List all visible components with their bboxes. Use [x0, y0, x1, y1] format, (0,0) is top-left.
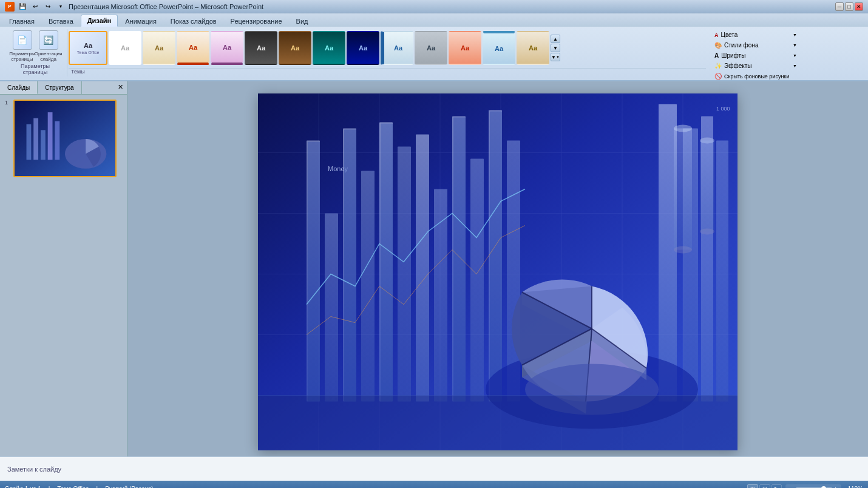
sidebar-tab-structure[interactable]: Структура [38, 81, 81, 94]
notes-placeholder: Заметки к слайду [7, 466, 61, 473]
sidebar-tab-slides[interactable]: Слайды [0, 81, 38, 94]
orientation-button[interactable]: 🔄 Ориентацияслайда [36, 30, 61, 62]
slide-canvas[interactable]: Money [258, 93, 737, 450]
app-logo: P [5, 2, 15, 12]
effects-dropdown-icon: ▼ [793, 64, 797, 68]
language-status[interactable]: Русский (Россия) [105, 486, 153, 489]
slide-sorter-button[interactable]: ⊟ [759, 484, 770, 488]
zoom-control[interactable]: ─ + [785, 484, 841, 488]
styles-button[interactable]: 🎨 Стили фона ▼ [712, 41, 799, 50]
page-params-label: Параметрыстраницы [9, 51, 35, 62]
svg-point-43 [674, 246, 692, 254]
theme-name-status: | [49, 486, 50, 489]
bg-buttons: A Цвета ▼ 🎨 Стили фона ▼ A Шрифты ▼ ✨ Эф… [712, 30, 799, 81]
scroll-up[interactable]: ▲ [551, 35, 560, 43]
colors-button[interactable]: A Цвета ▼ [712, 30, 799, 39]
themes-group-label: Темы [69, 68, 706, 75]
background-group: A Цвета ▼ 🎨 Стили фона ▼ A Шрифты ▼ ✨ Эф… [707, 29, 804, 76]
tab-insert[interactable]: Вставка [42, 15, 80, 27]
tab-view[interactable]: Вид [290, 15, 315, 27]
hide-bg-button[interactable]: 🚫 Скрыть фоновые рисунки [712, 72, 799, 81]
themes-scroll[interactable]: ▲ ▼ ▼▼ [551, 35, 560, 61]
theme-11[interactable]: Аа [415, 31, 447, 65]
normal-view-button[interactable]: ⊞ [747, 484, 758, 488]
theme-5[interactable]: Аа [211, 31, 243, 65]
slide-chart-svg: Money [258, 93, 737, 450]
slideshow-button[interactable]: ▶ [771, 484, 782, 488]
tab-review[interactable]: Рецензирование [224, 15, 289, 27]
hide-bg-icon: 🚫 [714, 73, 722, 80]
minimize-button[interactable]: ─ [835, 2, 844, 11]
svg-rect-33 [344, 130, 356, 402]
theme-aa-text: Аа [84, 42, 92, 49]
title-bar-left: P 💾 ↩ ↪ ▼ Презентация Microsoft Office P… [5, 1, 263, 12]
svg-text:1 000: 1 000 [716, 106, 730, 112]
scroll-down[interactable]: ▼ [551, 44, 560, 52]
sidebar-slides-panel: 1 [0, 95, 127, 456]
page-params-button[interactable]: 📄 Параметрыстраницы [10, 30, 35, 62]
svg-rect-29 [470, 159, 484, 402]
theme-aa-text: Аа [257, 44, 265, 52]
theme-aa-text: Аа [291, 44, 299, 52]
svg-rect-26 [416, 135, 429, 402]
theme-12[interactable]: Аа [449, 31, 481, 65]
status-bar: Слайд 1 из 1 | Тема Office | Русский (Ро… [0, 481, 868, 488]
theme-office[interactable]: Аа Тема Office [69, 31, 107, 65]
sidebar-tabs: Слайды Структура ✕ [0, 81, 127, 95]
theme-13[interactable]: Аа [483, 31, 515, 65]
svg-rect-25 [398, 147, 411, 402]
themes-gallery: Аа Тема Office Аа Аа Аа [69, 29, 549, 67]
tab-slideshow[interactable]: Показ слайдов [164, 15, 223, 27]
ribbon: Главная Вставка Дизайн Анимация Показ сл… [0, 13, 868, 81]
theme-aa-text: Аа [223, 44, 231, 51]
theme-6[interactable]: Аа [245, 31, 277, 65]
theme-aa-text: Аа [359, 44, 367, 52]
svg-rect-35 [453, 118, 466, 402]
theme-plain[interactable]: Аа [109, 31, 141, 65]
styles-label: Стили фона [724, 42, 758, 49]
svg-rect-54 [258, 396, 737, 451]
restore-button[interactable]: □ [845, 2, 853, 11]
fonts-button[interactable]: A Шрифты ▼ [712, 51, 799, 60]
notes-area: Заметки к слайду [0, 456, 868, 481]
theme-9[interactable]: Аа [347, 31, 379, 65]
theme-3[interactable]: Аа [143, 31, 175, 65]
theme-8[interactable]: Аа [313, 31, 345, 65]
theme-aa-text: Аа [155, 44, 163, 52]
orientation-icon: 🔄 [39, 30, 58, 50]
slide-number: 1 [5, 100, 11, 106]
svg-rect-3 [41, 130, 46, 160]
slide-preview[interactable] [13, 100, 117, 177]
zoom-in-button[interactable]: + [834, 485, 838, 488]
svg-rect-40 [716, 141, 728, 402]
fonts-label: Шрифты [721, 52, 745, 59]
close-button[interactable]: ✕ [855, 2, 863, 11]
current-theme[interactable]: Тема Office [57, 486, 89, 489]
svg-rect-23 [361, 171, 375, 402]
slide-thumbnail-svg [15, 101, 115, 176]
effects-button[interactable]: ✨ Эффекты ▼ [712, 61, 799, 70]
save-quick-button[interactable]: 💾 [17, 1, 28, 12]
qa-dropdown-button[interactable]: ▼ [55, 1, 66, 12]
theme-7[interactable]: Аа [279, 31, 311, 65]
theme-aa-text: Аа [529, 44, 537, 52]
svg-rect-21 [325, 214, 338, 402]
theme-10[interactable]: Аа [381, 31, 413, 65]
page-params-icon: 📄 [13, 30, 32, 50]
page-params-content: 📄 Параметрыстраницы 🔄 Ориентацияслайда [10, 30, 61, 62]
zoom-level[interactable]: 110% [845, 486, 863, 489]
tab-home[interactable]: Главная [2, 15, 41, 27]
zoom-out-button[interactable]: ─ [789, 485, 794, 488]
scroll-more[interactable]: ▼▼ [551, 53, 560, 61]
theme-4[interactable]: Аа [177, 31, 209, 65]
slide-background: Money [258, 93, 737, 450]
theme-14[interactable]: Аа [517, 31, 549, 65]
undo-quick-button[interactable]: ↩ [30, 1, 41, 12]
tab-design[interactable]: Дизайн [81, 15, 118, 27]
redo-quick-button[interactable]: ↪ [42, 1, 53, 12]
tab-animation[interactable]: Анимация [118, 15, 163, 27]
svg-rect-2 [33, 118, 38, 160]
slide-count: Слайд 1 из 1 [5, 486, 41, 489]
theme-aa-text: Аа [394, 44, 402, 52]
sidebar-close-button[interactable]: ✕ [114, 81, 127, 94]
